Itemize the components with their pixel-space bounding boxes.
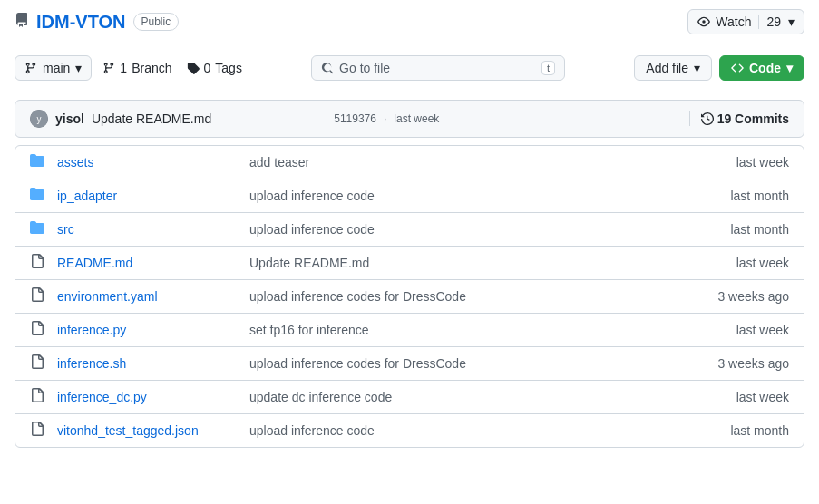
file-name[interactable]: assets <box>57 155 239 170</box>
tag-count-badge[interactable]: 0 Tags <box>187 61 242 75</box>
tag-label: Tags <box>215 61 242 75</box>
code-label: Code <box>749 61 781 75</box>
visibility-badge: Public <box>133 13 180 31</box>
file-time: last week <box>736 256 789 270</box>
add-file-chevron-icon: ▾ <box>694 61 700 75</box>
file-name[interactable]: inference_dc.py <box>57 390 239 404</box>
branch-name: main <box>43 61 70 75</box>
file-icon <box>30 287 46 305</box>
file-time: last week <box>736 323 789 337</box>
file-commit-message: Update README.md <box>249 256 726 270</box>
file-commit-message: upload inference code <box>249 189 719 203</box>
table-row: vitonhd_test_tagged.json upload inferenc… <box>15 414 804 447</box>
branch-count: 1 <box>120 61 127 75</box>
file-time: 3 weeks ago <box>717 356 789 371</box>
file-time: last month <box>730 189 789 203</box>
repo-toolbar: main ▾ 1 Branch 0 Tags Go to file t Add … <box>0 44 819 92</box>
file-commit-message: upload inference code <box>249 222 719 237</box>
file-icon <box>30 321 46 339</box>
file-table: assets add teaser last week ip_adapter u… <box>15 145 804 448</box>
file-icon <box>30 388 46 406</box>
branch-selector[interactable]: main ▾ <box>15 55 92 81</box>
meta-badges: 1 Branch 0 Tags <box>102 61 242 75</box>
watch-label: Watch <box>716 15 751 29</box>
repo-name[interactable]: IDM-VTON <box>36 12 126 33</box>
commit-separator: · <box>384 112 386 125</box>
file-commit-message: add teaser <box>249 155 726 170</box>
search-bar-container: Go to file t <box>253 55 623 81</box>
file-commit-message: update dc inference code <box>249 390 726 404</box>
commits-link[interactable]: 19 Commits <box>689 111 789 126</box>
folder-icon <box>30 220 46 238</box>
file-name[interactable]: src <box>57 222 239 237</box>
file-name[interactable]: environment.yaml <box>57 289 239 304</box>
search-placeholder: Go to file <box>339 61 390 75</box>
repo-icon <box>15 13 29 31</box>
commit-time: last week <box>394 112 439 125</box>
branch-count-badge[interactable]: 1 Branch <box>102 61 171 75</box>
file-commit-message: set fp16 for inference <box>249 323 726 337</box>
file-name[interactable]: vitonhd_test_tagged.json <box>57 423 239 438</box>
add-file-button[interactable]: Add file ▾ <box>634 55 712 81</box>
commits-count: 19 Commits <box>717 111 789 126</box>
add-file-label: Add file <box>646 61 688 75</box>
commit-message: Update README.md <box>92 111 327 126</box>
code-chevron-icon: ▾ <box>786 61 793 75</box>
file-name[interactable]: ip_adapter <box>57 189 239 203</box>
table-row: inference.sh upload inference codes for … <box>15 347 804 381</box>
file-time: last week <box>736 155 789 170</box>
table-row: inference_dc.py update dc inference code… <box>15 381 804 414</box>
file-icon <box>30 354 46 373</box>
search-kbd: t <box>541 61 555 75</box>
file-commit-message: upload inference codes for DressCode <box>249 289 707 304</box>
table-row: src upload inference code last month <box>15 213 804 247</box>
table-row: assets add teaser last week <box>15 146 804 179</box>
watch-button[interactable]: Watch 29 ▾ <box>687 9 804 34</box>
table-row: inference.py set fp16 for inference last… <box>15 314 804 347</box>
folder-icon <box>30 187 46 205</box>
commit-sha: 5119376 <box>334 112 376 125</box>
code-button[interactable]: Code ▾ <box>719 55 804 81</box>
watch-count: 29 <box>758 15 781 29</box>
commit-author[interactable]: yisol <box>55 111 84 126</box>
file-time: last month <box>730 222 789 237</box>
tag-count: 0 <box>204 61 211 75</box>
commit-bar: y yisol Update README.md 5119376 · last … <box>15 100 804 138</box>
branch-chevron-icon: ▾ <box>75 61 82 75</box>
file-name[interactable]: inference.sh <box>57 356 239 371</box>
commit-avatar: y <box>30 110 48 128</box>
toolbar-right: Add file ▾ Code ▾ <box>634 55 804 81</box>
folder-icon <box>30 153 46 171</box>
file-time: last month <box>730 423 789 438</box>
repo-header: IDM-VTON Public Watch 29 ▾ <box>0 0 819 44</box>
branch-label: Branch <box>132 61 171 75</box>
table-row: environment.yaml upload inference codes … <box>15 280 804 314</box>
table-row: ip_adapter upload inference code last mo… <box>15 179 804 213</box>
file-time: 3 weeks ago <box>717 289 789 304</box>
watch-chevron-icon: ▾ <box>788 15 795 29</box>
file-commit-message: upload inference code <box>249 423 719 438</box>
file-icon <box>30 422 46 440</box>
file-name[interactable]: README.md <box>57 256 239 270</box>
table-row: README.md Update README.md last week <box>15 247 804 280</box>
file-name[interactable]: inference.py <box>57 323 239 337</box>
search-bar[interactable]: Go to file t <box>311 55 565 81</box>
svg-text:y: y <box>37 114 42 124</box>
file-icon <box>30 254 46 272</box>
file-time: last week <box>736 390 789 404</box>
file-commit-message: upload inference codes for DressCode <box>249 356 707 371</box>
